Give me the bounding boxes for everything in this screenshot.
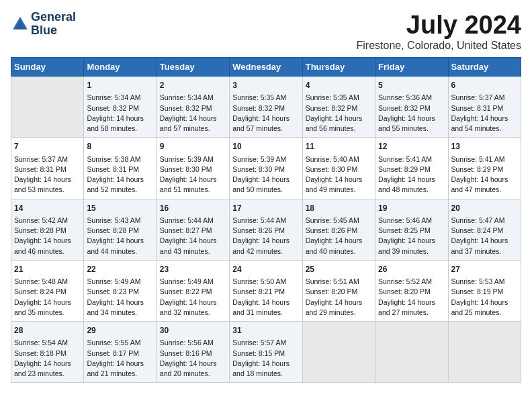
day-number: 11	[306, 141, 372, 152]
day-number: 29	[87, 325, 153, 336]
cell-content: Sunset: 8:28 PM	[14, 226, 81, 236]
cell-content: and 34 minutes.	[87, 308, 153, 318]
cell-content: Daylight: 14 hours	[232, 236, 299, 246]
cell-content: Daylight: 14 hours	[87, 113, 153, 124]
day-number: 19	[378, 203, 445, 214]
calendar-cell: 31Sunrise: 5:57 AMSunset: 8:15 PMDayligh…	[230, 322, 302, 383]
calendar-cell: 4Sunrise: 5:35 AMSunset: 8:32 PMDaylight…	[302, 77, 375, 138]
calendar-week-row: 1Sunrise: 5:34 AMSunset: 8:32 PMDaylight…	[11, 77, 521, 138]
cell-content: and 57 minutes.	[232, 124, 299, 134]
cell-content: Sunrise: 5:49 AM	[160, 277, 226, 287]
cell-content: and 23 minutes.	[14, 369, 81, 379]
calendar-header-friday: Friday	[375, 58, 448, 77]
logo-icon	[11, 15, 30, 34]
calendar-cell: 27Sunrise: 5:53 AMSunset: 8:19 PMDayligh…	[448, 260, 521, 321]
cell-content: Sunrise: 5:39 AM	[232, 154, 299, 165]
day-number: 16	[160, 203, 226, 214]
cell-content: Sunrise: 5:55 AM	[87, 338, 153, 348]
day-number: 10	[232, 141, 299, 152]
cell-content: Sunset: 8:31 PM	[451, 103, 518, 113]
calendar-cell: 28Sunrise: 5:54 AMSunset: 8:18 PMDayligh…	[11, 322, 84, 383]
day-number: 24	[232, 264, 299, 275]
cell-content: and 42 minutes.	[232, 246, 299, 257]
cell-content: Daylight: 14 hours	[306, 236, 372, 246]
cell-content: and 40 minutes.	[306, 246, 372, 257]
cell-content: Sunset: 8:31 PM	[14, 165, 81, 175]
cell-content: Sunrise: 5:36 AM	[378, 93, 445, 103]
cell-content: Sunset: 8:26 PM	[232, 226, 299, 236]
cell-content: Daylight: 14 hours	[160, 113, 226, 124]
day-number: 17	[232, 203, 299, 214]
calendar-header-sunday: Sunday	[11, 58, 84, 77]
day-number: 7	[14, 141, 81, 152]
cell-content: and 51 minutes.	[160, 185, 226, 195]
calendar-cell: 3Sunrise: 5:35 AMSunset: 8:32 PMDaylight…	[230, 77, 302, 138]
cell-content: Sunset: 8:20 PM	[306, 287, 372, 297]
cell-content: Daylight: 14 hours	[14, 298, 81, 308]
cell-content: and 25 minutes.	[451, 308, 518, 318]
calendar-week-row: 14Sunrise: 5:42 AMSunset: 8:28 PMDayligh…	[11, 199, 521, 260]
day-number: 22	[87, 264, 153, 275]
calendar-cell: 10Sunrise: 5:39 AMSunset: 8:30 PMDayligh…	[230, 138, 302, 199]
cell-content: Daylight: 14 hours	[14, 236, 81, 246]
day-number: 28	[14, 325, 81, 336]
calendar-cell	[302, 322, 375, 383]
cell-content: Sunrise: 5:34 AM	[160, 93, 226, 103]
cell-content: Sunrise: 5:44 AM	[160, 216, 226, 226]
calendar-cell	[448, 322, 521, 383]
cell-content: Sunset: 8:30 PM	[306, 165, 372, 175]
day-number: 21	[14, 264, 81, 275]
calendar-cell: 16Sunrise: 5:44 AMSunset: 8:27 PMDayligh…	[157, 199, 229, 260]
calendar-cell: 15Sunrise: 5:43 AMSunset: 8:28 PMDayligh…	[84, 199, 157, 260]
cell-content: Sunrise: 5:37 AM	[14, 154, 81, 165]
calendar-cell: 14Sunrise: 5:42 AMSunset: 8:28 PMDayligh…	[11, 199, 84, 260]
cell-content: Daylight: 14 hours	[160, 298, 226, 308]
cell-content: Sunrise: 5:40 AM	[306, 154, 372, 165]
cell-content: Sunrise: 5:38 AM	[87, 154, 153, 165]
day-number: 3	[232, 80, 299, 91]
calendar-header-tuesday: Tuesday	[157, 58, 229, 77]
cell-content: Sunset: 8:32 PM	[378, 103, 445, 113]
logo-text: General Blue	[31, 11, 76, 38]
cell-content: Sunrise: 5:52 AM	[378, 277, 445, 287]
calendar-header-row: SundayMondayTuesdayWednesdayThursdayFrid…	[11, 58, 521, 77]
cell-content: Sunrise: 5:51 AM	[306, 277, 372, 287]
calendar-cell: 23Sunrise: 5:49 AMSunset: 8:22 PMDayligh…	[157, 260, 229, 321]
cell-content: Sunset: 8:16 PM	[160, 349, 226, 359]
day-number: 1	[87, 80, 153, 91]
day-number: 20	[451, 203, 518, 214]
day-number: 26	[378, 264, 445, 275]
cell-content: Sunrise: 5:49 AM	[87, 277, 153, 287]
cell-content: Daylight: 14 hours	[160, 175, 226, 185]
cell-content: and 48 minutes.	[378, 185, 445, 195]
day-number: 18	[306, 203, 372, 214]
cell-content: Daylight: 14 hours	[232, 113, 299, 124]
cell-content: and 50 minutes.	[232, 185, 299, 195]
calendar-cell: 22Sunrise: 5:49 AMSunset: 8:23 PMDayligh…	[84, 260, 157, 321]
cell-content: Sunset: 8:29 PM	[378, 165, 445, 175]
cell-content: Daylight: 14 hours	[87, 359, 153, 369]
calendar-header-thursday: Thursday	[302, 58, 375, 77]
cell-content: and 56 minutes.	[306, 124, 372, 134]
calendar-cell: 6Sunrise: 5:37 AMSunset: 8:31 PMDaylight…	[448, 77, 521, 138]
cell-content: and 52 minutes.	[87, 185, 153, 195]
page-header: General Blue July 2024 Firestone, Colora…	[11, 11, 521, 52]
day-number: 14	[14, 203, 81, 214]
cell-content: and 29 minutes.	[306, 308, 372, 318]
calendar-cell: 1Sunrise: 5:34 AMSunset: 8:32 PMDaylight…	[84, 77, 157, 138]
cell-content: Sunrise: 5:53 AM	[451, 277, 518, 287]
calendar-cell: 11Sunrise: 5:40 AMSunset: 8:30 PMDayligh…	[302, 138, 375, 199]
calendar-cell: 8Sunrise: 5:38 AMSunset: 8:31 PMDaylight…	[84, 138, 157, 199]
day-number: 6	[451, 80, 518, 91]
cell-content: Sunset: 8:19 PM	[451, 287, 518, 297]
cell-content: Daylight: 14 hours	[451, 298, 518, 308]
day-number: 2	[160, 80, 226, 91]
cell-content: Daylight: 14 hours	[14, 359, 81, 369]
cell-content: Daylight: 14 hours	[87, 298, 153, 308]
subtitle: Firestone, Colorado, United States	[357, 40, 521, 52]
cell-content: Sunset: 8:26 PM	[306, 226, 372, 236]
day-number: 12	[378, 141, 445, 152]
calendar-week-row: 21Sunrise: 5:48 AMSunset: 8:24 PMDayligh…	[11, 260, 521, 321]
calendar-cell: 24Sunrise: 5:50 AMSunset: 8:21 PMDayligh…	[230, 260, 302, 321]
cell-content: and 35 minutes.	[14, 308, 81, 318]
